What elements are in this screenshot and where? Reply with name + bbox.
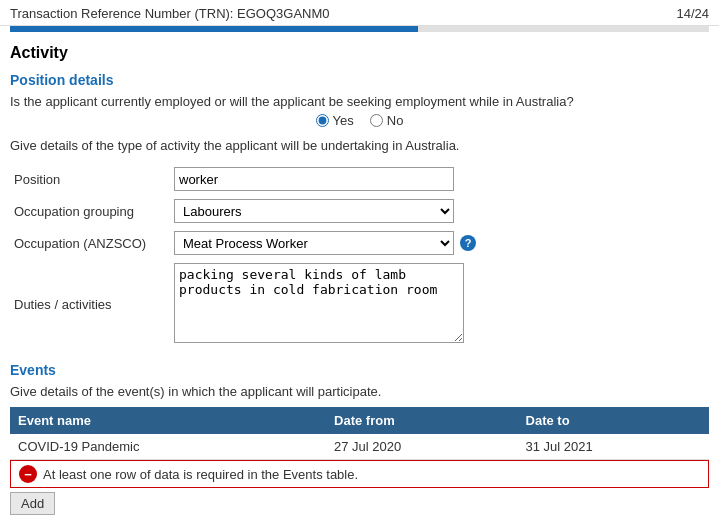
occupation-anzsco-select[interactable]: Meat Process Worker (174, 231, 454, 255)
section-title: Activity (10, 44, 709, 62)
occupation-grouping-label: Occupation grouping (10, 195, 170, 227)
header-bar: Transaction Reference Number (TRN): EGOQ… (0, 0, 719, 26)
position-label: Position (10, 163, 170, 195)
error-message: At least one row of data is required in … (43, 467, 358, 482)
employment-question: Is the applicant currently employed or w… (10, 94, 709, 109)
events-table-header-row: Event name Date from Date to (10, 407, 709, 434)
radio-group: Yes No (10, 113, 709, 128)
date-from-cell: 27 Jul 2020 (326, 434, 517, 460)
events-table: Event name Date from Date to COVID-19 Pa… (10, 407, 709, 460)
position-form-table: Position Occupation grouping Labourers O… (10, 163, 709, 350)
add-button[interactable]: Add (10, 492, 55, 515)
duties-label: Duties / activities (10, 259, 170, 350)
event-name-cell: COVID-19 Pandemic (10, 434, 326, 460)
no-radio[interactable] (370, 114, 383, 127)
events-subtitle: Events (10, 362, 709, 378)
duties-textarea[interactable]: packing several kinds of lamb products i… (174, 263, 464, 343)
no-label: No (387, 113, 404, 128)
col-date-to: Date to (518, 407, 709, 434)
col-date-from: Date from (326, 407, 517, 434)
yes-radio-label[interactable]: Yes (316, 113, 354, 128)
progress-bar-container (10, 26, 709, 32)
occupation-anzsco-row: Occupation (ANZSCO) Meat Process Worker … (10, 227, 709, 259)
table-row: COVID-19 Pandemic 27 Jul 2020 31 Jul 202… (10, 434, 709, 460)
yes-radio[interactable] (316, 114, 329, 127)
trn-label: Transaction Reference Number (TRN): EGOQ… (10, 6, 330, 21)
page-counter: 14/24 (676, 6, 709, 21)
error-icon: − (19, 465, 37, 483)
events-details-prompt: Give details of the event(s) in which th… (10, 384, 709, 399)
position-details-subtitle: Position details (10, 72, 709, 88)
progress-bar-fill (10, 26, 418, 32)
events-section: Events Give details of the event(s) in w… (10, 362, 709, 515)
anzsco-select-row: Meat Process Worker ? (174, 231, 705, 255)
no-radio-label[interactable]: No (370, 113, 404, 128)
position-input[interactable] (174, 167, 454, 191)
help-icon[interactable]: ? (460, 235, 476, 251)
yes-label: Yes (333, 113, 354, 128)
occupation-anzsco-label: Occupation (ANZSCO) (10, 227, 170, 259)
date-to-cell: 31 Jul 2021 (518, 434, 709, 460)
position-row: Position (10, 163, 709, 195)
position-details-section: Position details Is the applicant curren… (10, 72, 709, 350)
main-content: Activity Position details Is the applica… (0, 38, 719, 522)
details-prompt: Give details of the type of activity the… (10, 138, 709, 153)
col-event-name: Event name (10, 407, 326, 434)
duties-row: Duties / activities packing several kind… (10, 259, 709, 350)
error-row: − At least one row of data is required i… (10, 460, 709, 488)
occupation-grouping-row: Occupation grouping Labourers (10, 195, 709, 227)
occupation-grouping-select[interactable]: Labourers (174, 199, 454, 223)
